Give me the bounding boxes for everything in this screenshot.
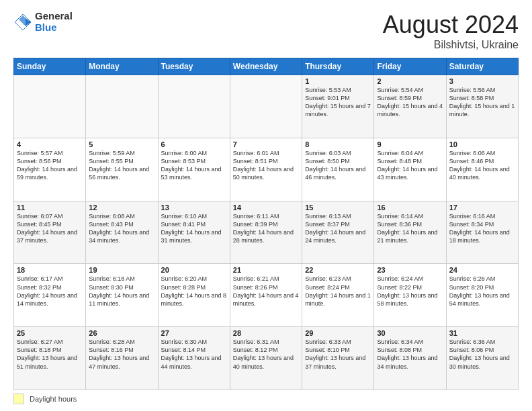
calendar-week-row: 18Sunrise: 6:17 AMSunset: 8:32 PMDayligh…: [14, 264, 519, 327]
day-of-week-header: Thursday: [302, 58, 374, 75]
day-info: Sunrise: 6:18 AMSunset: 8:30 PMDaylight:…: [89, 275, 154, 308]
day-number: 20: [161, 266, 227, 274]
calendar-day-cell: 30Sunrise: 6:34 AMSunset: 8:08 PMDayligh…: [374, 327, 446, 390]
logo-icon: [13, 13, 32, 32]
calendar-day-cell: 14Sunrise: 6:11 AMSunset: 8:39 PMDayligh…: [230, 201, 302, 264]
day-number: 23: [377, 266, 443, 274]
day-number: 1: [305, 77, 371, 85]
day-number: 6: [161, 140, 227, 148]
day-info: Sunrise: 6:00 AMSunset: 8:53 PMDaylight:…: [161, 149, 227, 182]
day-info: Sunrise: 6:23 AMSunset: 8:24 PMDaylight:…: [305, 275, 371, 308]
day-number: 2: [377, 77, 443, 85]
day-number: 10: [449, 140, 515, 148]
calendar-day-cell: 26Sunrise: 6:28 AMSunset: 8:16 PMDayligh…: [86, 327, 158, 390]
day-info: Sunrise: 6:10 AMSunset: 8:41 PMDaylight:…: [161, 212, 227, 245]
day-info: Sunrise: 6:07 AMSunset: 8:45 PMDaylight:…: [17, 212, 83, 245]
calendar-week-row: 25Sunrise: 6:27 AMSunset: 8:18 PMDayligh…: [14, 327, 519, 390]
calendar-day-cell: 13Sunrise: 6:10 AMSunset: 8:41 PMDayligh…: [158, 201, 230, 264]
day-info: Sunrise: 6:31 AMSunset: 8:12 PMDaylight:…: [233, 338, 299, 371]
day-number: 22: [305, 266, 371, 274]
day-info: Sunrise: 6:24 AMSunset: 8:22 PMDaylight:…: [377, 275, 443, 308]
calendar-day-cell: 20Sunrise: 6:20 AMSunset: 8:28 PMDayligh…: [158, 264, 230, 327]
calendar-day-cell: [14, 75, 86, 138]
day-info: Sunrise: 6:11 AMSunset: 8:39 PMDaylight:…: [233, 212, 299, 245]
calendar-day-cell: 27Sunrise: 6:30 AMSunset: 8:14 PMDayligh…: [158, 327, 230, 390]
day-info: Sunrise: 6:01 AMSunset: 8:51 PMDaylight:…: [233, 149, 299, 182]
day-info: Sunrise: 6:14 AMSunset: 8:36 PMDaylight:…: [377, 212, 443, 245]
calendar-day-cell: 5Sunrise: 5:59 AMSunset: 8:55 PMDaylight…: [86, 138, 158, 201]
day-info: Sunrise: 5:57 AMSunset: 8:56 PMDaylight:…: [17, 149, 83, 182]
calendar-header: SundayMondayTuesdayWednesdayThursdayFrid…: [14, 58, 519, 75]
day-info: Sunrise: 6:20 AMSunset: 8:28 PMDaylight:…: [161, 275, 227, 308]
day-info: Sunrise: 6:26 AMSunset: 8:20 PMDaylight:…: [449, 275, 515, 308]
footer: Daylight hours: [13, 394, 519, 404]
day-number: 21: [233, 266, 299, 274]
day-number: 19: [89, 266, 154, 274]
location-title: Bilshivtsi, Ukraine: [383, 39, 519, 51]
day-info: Sunrise: 5:54 AMSunset: 8:59 PMDaylight:…: [377, 86, 443, 119]
day-number: 8: [305, 140, 371, 148]
day-info: Sunrise: 5:56 AMSunset: 8:58 PMDaylight:…: [449, 86, 515, 119]
day-number: 29: [305, 329, 371, 337]
day-info: Sunrise: 5:59 AMSunset: 8:55 PMDaylight:…: [89, 149, 154, 182]
calendar-day-cell: 11Sunrise: 6:07 AMSunset: 8:45 PMDayligh…: [14, 201, 86, 264]
header-row: SundayMondayTuesdayWednesdayThursdayFrid…: [14, 58, 519, 75]
day-number: 17: [449, 203, 515, 212]
day-info: Sunrise: 6:03 AMSunset: 8:50 PMDaylight:…: [305, 149, 371, 182]
calendar-day-cell: 19Sunrise: 6:18 AMSunset: 8:30 PMDayligh…: [86, 264, 158, 327]
day-of-week-header: Saturday: [446, 58, 518, 75]
title-block: August 2024 Bilshivtsi, Ukraine: [383, 11, 519, 51]
calendar-day-cell: 21Sunrise: 6:21 AMSunset: 8:26 PMDayligh…: [230, 264, 302, 327]
calendar-day-cell: 29Sunrise: 6:33 AMSunset: 8:10 PMDayligh…: [302, 327, 374, 390]
day-number: 26: [89, 329, 154, 337]
calendar-week-row: 1Sunrise: 5:53 AMSunset: 9:01 PMDaylight…: [14, 75, 519, 138]
day-info: Sunrise: 6:08 AMSunset: 8:43 PMDaylight:…: [89, 212, 154, 245]
day-number: 27: [161, 329, 227, 337]
calendar-day-cell: 17Sunrise: 6:16 AMSunset: 8:34 PMDayligh…: [446, 201, 518, 264]
day-number: 24: [449, 266, 515, 274]
calendar-table: SundayMondayTuesdayWednesdayThursdayFrid…: [13, 58, 519, 390]
day-number: 16: [377, 203, 443, 212]
day-info: Sunrise: 6:28 AMSunset: 8:16 PMDaylight:…: [89, 338, 154, 371]
calendar-day-cell: 15Sunrise: 6:13 AMSunset: 8:37 PMDayligh…: [302, 201, 374, 264]
calendar-day-cell: [158, 75, 230, 138]
day-number: 5: [89, 140, 154, 148]
day-number: 12: [89, 203, 154, 212]
calendar-day-cell: 6Sunrise: 6:00 AMSunset: 8:53 PMDaylight…: [158, 138, 230, 201]
daylight-label: Daylight hours: [30, 395, 77, 403]
calendar-day-cell: 10Sunrise: 6:06 AMSunset: 8:46 PMDayligh…: [446, 138, 518, 201]
day-number: 3: [449, 77, 515, 85]
day-info: Sunrise: 6:33 AMSunset: 8:10 PMDaylight:…: [305, 338, 371, 371]
calendar-day-cell: [86, 75, 158, 138]
day-info: Sunrise: 5:53 AMSunset: 9:01 PMDaylight:…: [305, 86, 371, 119]
day-number: 13: [161, 203, 227, 212]
day-number: 7: [233, 140, 299, 148]
calendar-week-row: 4Sunrise: 5:57 AMSunset: 8:56 PMDaylight…: [14, 138, 519, 201]
day-info: Sunrise: 6:27 AMSunset: 8:18 PMDaylight:…: [17, 338, 83, 371]
calendar-day-cell: 12Sunrise: 6:08 AMSunset: 8:43 PMDayligh…: [86, 201, 158, 264]
calendar-day-cell: 8Sunrise: 6:03 AMSunset: 8:50 PMDaylight…: [302, 138, 374, 201]
calendar-day-cell: 23Sunrise: 6:24 AMSunset: 8:22 PMDayligh…: [374, 264, 446, 327]
day-number: 31: [449, 329, 515, 337]
day-info: Sunrise: 6:21 AMSunset: 8:26 PMDaylight:…: [233, 275, 299, 308]
calendar-day-cell: 22Sunrise: 6:23 AMSunset: 8:24 PMDayligh…: [302, 264, 374, 327]
day-number: 11: [17, 203, 83, 212]
calendar-day-cell: 9Sunrise: 6:04 AMSunset: 8:48 PMDaylight…: [374, 138, 446, 201]
calendar-day-cell: 1Sunrise: 5:53 AMSunset: 9:01 PMDaylight…: [302, 75, 374, 138]
day-number: 25: [17, 329, 83, 337]
day-number: 15: [305, 203, 371, 212]
day-info: Sunrise: 6:04 AMSunset: 8:48 PMDaylight:…: [377, 149, 443, 182]
day-info: Sunrise: 6:34 AMSunset: 8:08 PMDaylight:…: [377, 338, 443, 371]
header: General Blue August 2024 Bilshivtsi, Ukr…: [13, 11, 519, 51]
day-info: Sunrise: 6:30 AMSunset: 8:14 PMDaylight:…: [161, 338, 227, 371]
calendar-day-cell: 16Sunrise: 6:14 AMSunset: 8:36 PMDayligh…: [374, 201, 446, 264]
calendar-week-row: 11Sunrise: 6:07 AMSunset: 8:45 PMDayligh…: [14, 201, 519, 264]
calendar-day-cell: 18Sunrise: 6:17 AMSunset: 8:32 PMDayligh…: [14, 264, 86, 327]
month-title: August 2024: [383, 11, 519, 39]
day-of-week-header: Sunday: [14, 58, 86, 75]
day-info: Sunrise: 6:16 AMSunset: 8:34 PMDaylight:…: [449, 212, 515, 245]
logo: General Blue: [13, 11, 73, 33]
calendar-day-cell: 31Sunrise: 6:36 AMSunset: 8:06 PMDayligh…: [446, 327, 518, 390]
day-number: 4: [17, 140, 83, 148]
day-of-week-header: Monday: [86, 58, 158, 75]
